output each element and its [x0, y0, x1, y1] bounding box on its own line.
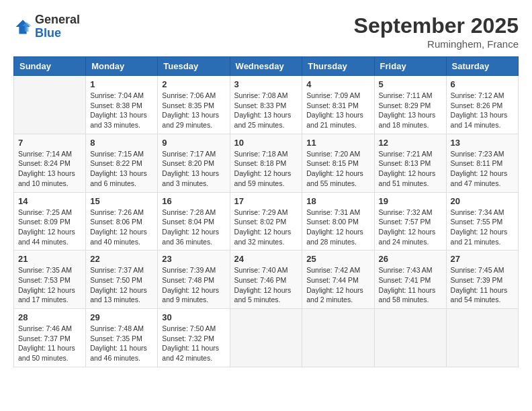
day-number: 28 [18, 312, 81, 322]
calendar-cell: 24Sunrise: 7:40 AM Sunset: 7:46 PM Dayli… [230, 250, 302, 309]
day-number: 19 [379, 196, 442, 206]
day-info: Sunrise: 7:08 AM Sunset: 8:33 PM Dayligh… [234, 91, 298, 130]
day-number: 3 [234, 79, 298, 89]
weekday-header-monday: Monday [86, 57, 158, 76]
week-row-4: 21Sunrise: 7:35 AM Sunset: 7:53 PM Dayli… [14, 250, 519, 309]
logo-icon [13, 17, 32, 36]
day-info: Sunrise: 7:29 AM Sunset: 8:02 PM Dayligh… [234, 208, 298, 247]
calendar-cell: 1Sunrise: 7:04 AM Sunset: 8:38 PM Daylig… [86, 76, 158, 134]
day-number: 12 [379, 138, 442, 148]
title-block: September 2025 Ruminghem, France [354, 13, 519, 50]
day-info: Sunrise: 7:43 AM Sunset: 7:41 PM Dayligh… [379, 265, 442, 305]
calendar-cell [14, 76, 86, 134]
calendar-cell: 20Sunrise: 7:34 AM Sunset: 7:55 PM Dayli… [446, 192, 518, 250]
weekday-header-wednesday: Wednesday [230, 57, 302, 76]
calendar-cell [446, 309, 518, 367]
weekday-header-sunday: Sunday [14, 57, 86, 76]
day-number: 22 [90, 254, 153, 264]
calendar-cell [374, 309, 446, 367]
day-number: 1 [90, 79, 153, 89]
calendar-cell: 7Sunrise: 7:14 AM Sunset: 8:24 PM Daylig… [14, 134, 86, 192]
day-info: Sunrise: 7:37 AM Sunset: 7:50 PM Dayligh… [90, 265, 153, 305]
day-info: Sunrise: 7:32 AM Sunset: 7:57 PM Dayligh… [379, 208, 442, 247]
day-number: 8 [90, 138, 153, 148]
logo-text: General Blue [35, 13, 80, 40]
day-info: Sunrise: 7:20 AM Sunset: 8:15 PM Dayligh… [306, 149, 369, 189]
week-row-3: 14Sunrise: 7:25 AM Sunset: 8:09 PM Dayli… [14, 192, 519, 250]
week-row-2: 7Sunrise: 7:14 AM Sunset: 8:24 PM Daylig… [14, 134, 519, 192]
day-number: 4 [306, 79, 369, 89]
calendar-cell: 6Sunrise: 7:12 AM Sunset: 8:26 PM Daylig… [446, 76, 518, 134]
day-info: Sunrise: 7:14 AM Sunset: 8:24 PM Dayligh… [18, 149, 81, 189]
day-info: Sunrise: 7:39 AM Sunset: 7:48 PM Dayligh… [162, 265, 225, 305]
calendar-cell: 8Sunrise: 7:15 AM Sunset: 8:22 PM Daylig… [86, 134, 158, 192]
calendar-cell: 5Sunrise: 7:11 AM Sunset: 8:29 PM Daylig… [374, 76, 446, 134]
weekday-header-saturday: Saturday [446, 57, 518, 76]
calendar-cell: 25Sunrise: 7:42 AM Sunset: 7:44 PM Dayli… [302, 250, 374, 309]
logo: General Blue [13, 13, 80, 40]
weekday-header-thursday: Thursday [302, 57, 374, 76]
calendar-cell: 27Sunrise: 7:45 AM Sunset: 7:39 PM Dayli… [446, 250, 518, 309]
calendar-cell [230, 309, 302, 367]
day-number: 2 [162, 79, 225, 89]
day-number: 26 [379, 254, 442, 264]
calendar-cell: 21Sunrise: 7:35 AM Sunset: 7:53 PM Dayli… [14, 250, 86, 309]
day-number: 24 [234, 254, 298, 264]
day-info: Sunrise: 7:35 AM Sunset: 7:53 PM Dayligh… [18, 265, 81, 305]
calendar-cell: 3Sunrise: 7:08 AM Sunset: 8:33 PM Daylig… [230, 76, 302, 134]
day-number: 10 [234, 138, 298, 148]
calendar-cell: 23Sunrise: 7:39 AM Sunset: 7:48 PM Dayli… [158, 250, 230, 309]
day-info: Sunrise: 7:21 AM Sunset: 8:13 PM Dayligh… [379, 149, 442, 189]
calendar-cell: 30Sunrise: 7:50 AM Sunset: 7:32 PM Dayli… [158, 309, 230, 367]
calendar-cell: 16Sunrise: 7:28 AM Sunset: 8:04 PM Dayli… [158, 192, 230, 250]
day-number: 29 [90, 312, 153, 322]
day-info: Sunrise: 7:09 AM Sunset: 8:31 PM Dayligh… [306, 91, 369, 130]
calendar-cell: 14Sunrise: 7:25 AM Sunset: 8:09 PM Dayli… [14, 192, 86, 250]
location-subtitle: Ruminghem, France [354, 38, 519, 50]
day-number: 7 [18, 138, 81, 148]
calendar-cell [302, 309, 374, 367]
weekday-header-friday: Friday [374, 57, 446, 76]
day-info: Sunrise: 7:04 AM Sunset: 8:38 PM Dayligh… [90, 91, 153, 130]
day-info: Sunrise: 7:25 AM Sunset: 8:09 PM Dayligh… [18, 208, 81, 247]
day-number: 5 [379, 79, 442, 89]
calendar-table: SundayMondayTuesdayWednesdayThursdayFrid… [13, 56, 519, 367]
calendar-cell: 13Sunrise: 7:23 AM Sunset: 8:11 PM Dayli… [446, 134, 518, 192]
day-number: 21 [18, 254, 81, 264]
day-number: 30 [162, 312, 225, 322]
week-row-5: 28Sunrise: 7:46 AM Sunset: 7:37 PM Dayli… [14, 309, 519, 367]
logo-blue: Blue [35, 27, 80, 40]
day-info: Sunrise: 7:28 AM Sunset: 8:04 PM Dayligh… [162, 208, 225, 247]
calendar-cell: 18Sunrise: 7:31 AM Sunset: 8:00 PM Dayli… [302, 192, 374, 250]
calendar-cell: 22Sunrise: 7:37 AM Sunset: 7:50 PM Dayli… [86, 250, 158, 309]
calendar-cell: 26Sunrise: 7:43 AM Sunset: 7:41 PM Dayli… [374, 250, 446, 309]
day-info: Sunrise: 7:26 AM Sunset: 8:06 PM Dayligh… [90, 208, 153, 247]
day-info: Sunrise: 7:42 AM Sunset: 7:44 PM Dayligh… [306, 265, 369, 305]
day-info: Sunrise: 7:06 AM Sunset: 8:35 PM Dayligh… [162, 91, 225, 130]
day-number: 17 [234, 196, 298, 206]
day-info: Sunrise: 7:45 AM Sunset: 7:39 PM Dayligh… [451, 265, 514, 305]
day-number: 14 [18, 196, 81, 206]
calendar-cell: 28Sunrise: 7:46 AM Sunset: 7:37 PM Dayli… [14, 309, 86, 367]
day-info: Sunrise: 7:40 AM Sunset: 7:46 PM Dayligh… [234, 265, 298, 305]
day-number: 27 [451, 254, 514, 264]
day-info: Sunrise: 7:11 AM Sunset: 8:29 PM Dayligh… [379, 91, 442, 130]
calendar-cell: 9Sunrise: 7:17 AM Sunset: 8:20 PM Daylig… [158, 134, 230, 192]
calendar-cell: 12Sunrise: 7:21 AM Sunset: 8:13 PM Dayli… [374, 134, 446, 192]
day-number: 16 [162, 196, 225, 206]
weekday-header-tuesday: Tuesday [158, 57, 230, 76]
day-number: 11 [306, 138, 369, 148]
page-header: General Blue September 2025 Ruminghem, F… [13, 13, 519, 50]
day-info: Sunrise: 7:12 AM Sunset: 8:26 PM Dayligh… [451, 91, 514, 130]
day-info: Sunrise: 7:18 AM Sunset: 8:18 PM Dayligh… [234, 149, 298, 189]
calendar-cell: 10Sunrise: 7:18 AM Sunset: 8:18 PM Dayli… [230, 134, 302, 192]
month-title: September 2025 [354, 13, 519, 38]
day-info: Sunrise: 7:50 AM Sunset: 7:32 PM Dayligh… [162, 324, 225, 363]
day-info: Sunrise: 7:46 AM Sunset: 7:37 PM Dayligh… [18, 324, 81, 363]
day-number: 23 [162, 254, 225, 264]
calendar-cell: 29Sunrise: 7:48 AM Sunset: 7:35 PM Dayli… [86, 309, 158, 367]
calendar-cell: 11Sunrise: 7:20 AM Sunset: 8:15 PM Dayli… [302, 134, 374, 192]
calendar-cell: 15Sunrise: 7:26 AM Sunset: 8:06 PM Dayli… [86, 192, 158, 250]
week-row-1: 1Sunrise: 7:04 AM Sunset: 8:38 PM Daylig… [14, 76, 519, 134]
day-number: 9 [162, 138, 225, 148]
